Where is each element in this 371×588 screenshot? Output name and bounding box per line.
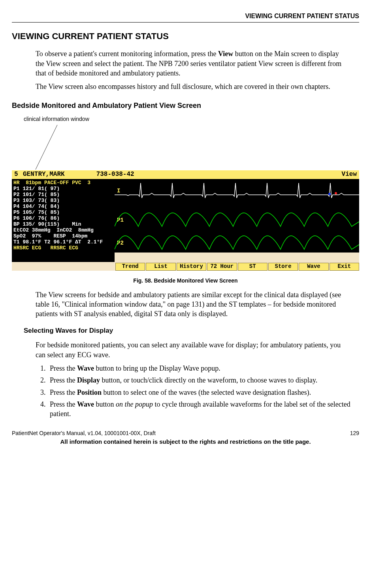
store-button[interactable]: Store: [268, 263, 298, 271]
clinical-information-window: HR 81bpm PACE-OFF PVC 3 P1 121/ 81( 97) …: [12, 179, 115, 262]
footer-notice: All information contained herein is subj…: [12, 438, 359, 446]
selecting-waves-paragraph: For bedside monitored patients, you can …: [36, 340, 347, 360]
clin-line: P2 101/ 71( 85): [13, 192, 60, 198]
view-screen: 5 GENTRY,MARK 738-038-42 View HR 81bpm P…: [12, 170, 359, 271]
history-button[interactable]: History: [177, 263, 206, 271]
list-button[interactable]: List: [146, 263, 175, 271]
patient-name: GENTRY,MARK: [23, 170, 65, 179]
text: button to select one of the waves (the s…: [102, 388, 311, 396]
clin-line: EtCO2 38mmHg InCO2 8mmHg: [13, 227, 94, 233]
text: Press the: [50, 376, 77, 384]
button-bar: Trend List History 72 Hour ST Store Wave…: [115, 262, 359, 271]
svg-point-2: [328, 193, 331, 195]
clin-line: P5 105/ 75( 85): [13, 209, 60, 215]
waveform-area[interactable]: I P1 P2: [115, 179, 359, 253]
clin-line: T1 98.1°F T2 96.1°F ΔT 2.1°F: [13, 239, 103, 245]
after-figure-paragraph: The View screens for bedside and ambulat…: [36, 290, 347, 319]
clin-line: P3 103/ 73( 83): [13, 198, 60, 204]
display-keyword: Display: [77, 376, 100, 384]
text: button, or touch/click directly on the w…: [100, 376, 317, 384]
clin-line: HR 81bpm PACE-OFF PVC 3: [13, 180, 90, 186]
wave-keyword: Wave: [77, 364, 94, 372]
intro-paragraph-2: The View screen also encompasses history…: [36, 82, 347, 91]
intro-paragraph-1: To observe a patient's current monitorin…: [36, 49, 347, 78]
footer: PatientNet Operator's Manual, v1.04, 100…: [12, 430, 359, 446]
clin-line: P4 104/ 74( 84): [13, 204, 60, 209]
view-keyword: View: [218, 50, 233, 58]
callout-label: clinical information window: [24, 115, 359, 123]
step-4: Press the Wave button on the popup to cy…: [47, 400, 359, 419]
screen-mode: View: [342, 170, 357, 179]
clin-line: SpO2 97% RESP 14bpm: [13, 233, 87, 239]
figure-caption: Fig. 58. Bedside Monitored View Screen: [12, 277, 359, 285]
page-number: 129: [350, 430, 359, 437]
st-button[interactable]: ST: [238, 263, 267, 271]
text: button: [94, 400, 116, 408]
title-bar: 5 GENTRY,MARK 738-038-42 View: [12, 170, 359, 179]
svg-line-0: [36, 125, 57, 170]
clin-line: P6 106/ 76( 86): [13, 215, 60, 221]
svg-text:P1: P1: [117, 217, 124, 223]
subsection-heading: Bedside Monitored and Ambulatory Patient…: [12, 101, 359, 110]
callout-leader-line: [12, 123, 91, 170]
steps-list: Press the Wave button to bring up the Di…: [47, 364, 359, 418]
text: Press the: [50, 400, 77, 408]
position-keyword: Position: [77, 388, 102, 396]
step-1: Press the Wave button to bring up the Di…: [47, 364, 359, 373]
text: Press the: [50, 388, 77, 396]
section-heading: VIEWING CURRENT PATIENT STATUS: [12, 30, 359, 42]
clin-line: P1 121/ 81( 97): [13, 186, 60, 192]
footer-left: PatientNet Operator's Manual, v1.04, 100…: [12, 430, 156, 437]
divider: [12, 22, 359, 23]
step-3: Press the Position button to select one …: [47, 388, 359, 397]
exit-button[interactable]: Exit: [330, 263, 359, 271]
subsub-heading: Selecting Waves for Display: [24, 326, 359, 335]
figure-view-screen: 5 GENTRY,MARK 738-038-42 View HR 81bpm P…: [12, 170, 359, 271]
bed-number: 5: [14, 170, 23, 179]
patient-id: 738-038-42: [96, 170, 134, 179]
72hour-button[interactable]: 72 Hour: [207, 263, 237, 271]
wave-keyword: Wave: [77, 400, 94, 408]
clin-line: BP 135/ 90(115) Min: [13, 221, 81, 227]
waveforms-svg: I P1 P2: [115, 179, 359, 253]
svg-text:I: I: [117, 188, 120, 194]
trend-button[interactable]: Trend: [115, 263, 145, 271]
running-header: VIEWING CURRENT PATIENT STATUS: [12, 12, 359, 21]
text: Press the: [50, 364, 77, 372]
step-2: Press the Display button, or touch/click…: [47, 375, 359, 385]
text: To observe a patient's current monitorin…: [36, 50, 218, 58]
svg-text:P2: P2: [117, 240, 124, 246]
on-the-popup: on the popup: [116, 400, 153, 408]
text: button to bring up the Display Wave popu…: [94, 364, 220, 372]
clin-line: HRSRC ECG RRSRC ECG: [13, 245, 78, 251]
wave-button[interactable]: Wave: [299, 263, 328, 271]
svg-point-3: [335, 192, 337, 194]
